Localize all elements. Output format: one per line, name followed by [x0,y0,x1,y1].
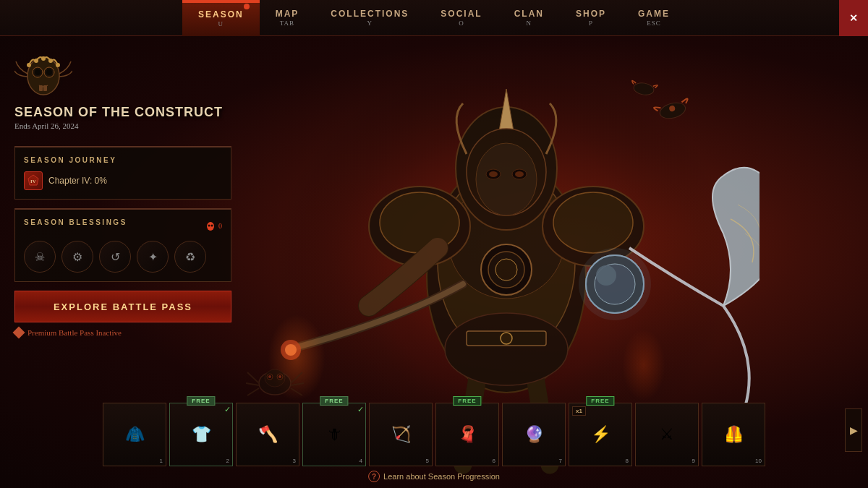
nav-label-collections: COLLECTIONS [331,9,409,19]
svg-line-39 [291,388,302,395]
reward-number-2: 2 [226,458,229,464]
svg-point-59 [207,222,214,231]
reward-number-9: 9 [692,458,695,464]
blessing-icon-3[interactable]: ✦ [137,241,169,273]
svg-point-49 [46,69,52,75]
season-header: SEASON OF THE CONSTRUCT Ends April 26, 2… [14,43,231,137]
nav-key-clan: N [527,20,532,27]
nav-item-shop[interactable]: SHOP P [560,0,622,36]
reward-item-3[interactable]: 🪓 3 [236,403,299,466]
svg-line-35 [246,383,259,385]
svg-point-31 [501,333,512,344]
blessings-panel-title: SEASON BLESSINGS [24,218,127,226]
reward-badge-4: FREE [320,396,348,406]
reward-icon-6: 🧣 [448,413,488,456]
nav-key-social: O [459,20,464,27]
reward-number-6: 6 [493,458,495,464]
navigation-bar: SEASON U MAP TAB COLLECTIONS Y SOCIAL O … [0,0,868,36]
checkmark-2: ✓ [224,405,231,414]
nav-label-shop: SHOP [576,9,606,19]
rewards-bar: 🧥 1 FREE ✓ 👕 2 🪓 3 FREE ✓ 🗡 4 🏹 5 FREE 🧣… [0,403,868,466]
season-journey-panel: SEASON JOURNEY IV Chapter IV: 0% [14,146,231,200]
svg-point-61 [211,224,213,226]
blessing-icon-0[interactable]: ☠ [24,241,56,273]
reward-icon-3: 🪓 [248,413,288,456]
nav-label-season: SEASON [198,9,244,20]
reward-item-7[interactable]: 🔮 7 [502,403,566,466]
reward-item-1[interactable]: 🧥 1 [103,403,166,466]
chapter-icon: IV [24,171,43,190]
svg-point-52 [27,63,31,67]
nav-items: SEASON U MAP TAB COLLECTIONS Y SOCIAL O … [182,0,686,36]
nav-item-season[interactable]: SEASON U [182,0,260,36]
svg-point-56 [56,63,60,67]
svg-text:IV: IV [30,179,36,184]
svg-line-34 [247,372,259,383]
season-subtitle: Ends April 26, 2024 [14,121,79,130]
reward-item-8[interactable]: FREE x1 ⚡ 8 [569,403,632,466]
nav-item-social[interactable]: SOCIAL O [425,0,498,36]
nav-item-clan[interactable]: CLAN N [498,0,560,36]
blessings-header: SEASON BLESSINGS 0 [24,218,222,234]
svg-line-38 [291,383,304,385]
battle-pass-button[interactable]: EXPLORE BATTLE PASS [14,291,231,322]
close-button[interactable]: ✕ [839,0,868,36]
svg-point-60 [208,224,210,226]
nav-item-map[interactable]: MAP TAB [260,0,315,36]
blessings-counter: 0 [205,221,222,231]
reward-badge-2: FREE [187,396,215,406]
nav-key-shop: P [589,20,593,27]
svg-point-13 [489,171,498,177]
blessings-count: 0 [218,222,222,230]
scroll-right-button[interactable]: ▶ [845,408,862,452]
reward-badge-8: FREE [586,396,614,406]
blessing-icon-2[interactable]: ↺ [99,241,131,273]
chapter-text: Chapter IV: 0% [48,176,107,186]
premium-inactive-text: Premium Battle Pass Inactive [27,328,122,337]
svg-point-54 [41,56,46,61]
left-panel: SEASON OF THE CONSTRUCT Ends April 26, 2… [14,43,231,337]
svg-point-10 [476,143,537,215]
nav-key-map: TAB [280,20,294,27]
nav-key-collections: Y [367,20,373,27]
reward-number-10: 10 [755,458,762,464]
checkmark-4: ✓ [357,405,364,414]
blessing-icon-4[interactable]: ♻ [174,241,206,273]
journey-panel-title: SEASON JOURNEY [24,156,222,164]
reward-number-7: 7 [559,458,562,464]
svg-point-48 [35,69,41,75]
reward-item-4[interactable]: FREE ✓ 🗡 4 [302,403,366,466]
reward-icon-4: 🗡 [315,413,354,456]
reward-icon-1: 🧥 [115,413,155,456]
question-icon: ? [368,471,380,482]
reward-icon-7: 🔮 [514,413,554,456]
nav-item-game[interactable]: GAME ESC [622,0,686,36]
svg-point-14 [515,171,524,177]
reward-number-4: 4 [359,458,362,464]
svg-point-28 [633,81,655,96]
reward-icon-5: 🏹 [381,413,421,456]
nav-item-collections[interactable]: COLLECTIONS Y [315,0,425,36]
spider-creature [246,351,304,408]
reward-item-9[interactable]: ⚔ 9 [635,403,699,466]
reward-item-10[interactable]: 🦺 10 [702,403,765,466]
reward-badge-6: FREE [453,396,481,406]
nav-key-game: ESC [647,20,661,27]
reward-item-2[interactable]: FREE ✓ 👕 2 [169,403,233,466]
blessing-icon-1[interactable]: ⚙ [61,241,93,273]
nav-label-map: MAP [276,9,299,19]
reward-number-5: 5 [426,458,429,464]
reward-item-6[interactable]: FREE 🧣 6 [435,403,499,466]
reward-item-5[interactable]: 🏹 5 [369,403,433,466]
reward-number-1: 1 [160,458,163,464]
learn-progression-link[interactable]: ? Learn about Season Progression [368,471,500,482]
svg-point-25 [579,248,651,320]
nav-key-season: U [218,20,224,27]
skull-small-icon [205,221,216,231]
svg-point-20 [553,192,633,253]
nav-label-clan: CLAN [514,9,544,19]
svg-rect-51 [43,85,47,91]
journey-row: IV Chapter IV: 0% [24,171,222,190]
season-skull-icon [14,51,72,101]
svg-point-43 [278,375,281,378]
